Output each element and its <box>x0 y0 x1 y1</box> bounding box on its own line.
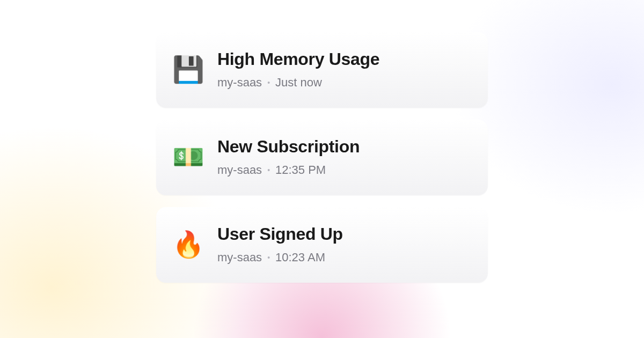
fire-icon: 🔥 <box>174 231 202 259</box>
notification-title: User Signed Up <box>217 224 343 244</box>
notification-list: 💾 High Memory Usage my-saas • Just now 💵… <box>156 32 488 283</box>
notification-project: my-saas <box>217 163 262 177</box>
notification-time: Just now <box>275 76 322 90</box>
floppy-disk-icon: 💾 <box>174 56 202 84</box>
notification-title: New Subscription <box>217 137 360 157</box>
notification-time: 10:23 AM <box>275 251 325 264</box>
notification-project: my-saas <box>217 76 262 90</box>
notification-project: my-saas <box>217 251 262 264</box>
notification-body: New Subscription my-saas • 12:35 PM <box>217 137 360 177</box>
separator-dot: • <box>267 253 270 262</box>
notification-time: 12:35 PM <box>275 163 326 177</box>
notification-meta: my-saas • 10:23 AM <box>217 251 343 264</box>
separator-dot: • <box>267 78 270 87</box>
notification-meta: my-saas • Just now <box>217 76 379 90</box>
notification-card[interactable]: 🔥 User Signed Up my-saas • 10:23 AM <box>156 207 488 283</box>
notification-card[interactable]: 💵 New Subscription my-saas • 12:35 PM <box>156 120 488 195</box>
separator-dot: • <box>267 166 270 174</box>
notification-body: High Memory Usage my-saas • Just now <box>217 49 379 90</box>
notification-title: High Memory Usage <box>217 49 379 69</box>
notification-card[interactable]: 💾 High Memory Usage my-saas • Just now <box>156 32 488 108</box>
notification-meta: my-saas • 12:35 PM <box>217 163 360 177</box>
notification-body: User Signed Up my-saas • 10:23 AM <box>217 224 343 264</box>
money-icon: 💵 <box>174 143 202 171</box>
